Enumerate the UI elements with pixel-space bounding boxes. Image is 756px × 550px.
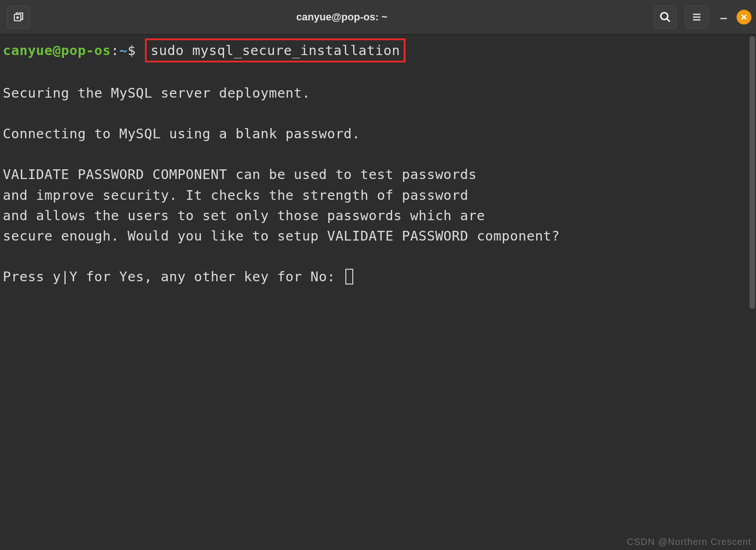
terminal-cursor bbox=[345, 269, 353, 284]
titlebar-left bbox=[5, 6, 32, 29]
svg-point-1 bbox=[661, 12, 668, 19]
output-line: secure enough. Would you like to setup V… bbox=[3, 228, 560, 244]
command-text: sudo mysql_secure_installation bbox=[150, 43, 400, 58]
search-button[interactable] bbox=[654, 6, 677, 29]
scrollbar-thumb[interactable] bbox=[750, 36, 755, 309]
prompt-colon: : bbox=[111, 43, 119, 58]
output-line: and improve security. It checks the stre… bbox=[3, 187, 469, 203]
output-line: Press y|Y for Yes, any other key for No: bbox=[3, 269, 344, 284]
output-line: Connecting to MySQL using a blank passwo… bbox=[3, 126, 360, 142]
search-icon bbox=[659, 11, 671, 23]
output-line: VALIDATE PASSWORD COMPONENT can be used … bbox=[3, 167, 477, 182]
minimize-button[interactable] bbox=[714, 8, 733, 26]
output-line: and allows the users to set only those p… bbox=[3, 208, 485, 223]
new-tab-button[interactable] bbox=[7, 6, 30, 29]
watermark: CSDN @Northern Crescent bbox=[627, 537, 751, 547]
menu-button[interactable] bbox=[685, 6, 708, 29]
minimize-icon bbox=[719, 13, 728, 21]
hamburger-icon bbox=[691, 12, 702, 23]
output-line: Securing the MySQL server deployment. bbox=[3, 85, 311, 101]
terminal-body[interactable]: canyue@pop-os:~$ sudo mysql_secure_insta… bbox=[0, 35, 756, 290]
titlebar: canyue@pop-os: ~ bbox=[0, 0, 756, 35]
prompt-user-host: canyue@pop-os bbox=[3, 43, 111, 58]
prompt-dollar: $ bbox=[127, 43, 136, 58]
window-title: canyue@pop-os: ~ bbox=[32, 11, 651, 23]
prompt-path: ~ bbox=[119, 43, 127, 58]
close-icon bbox=[740, 13, 748, 21]
close-button[interactable] bbox=[737, 10, 751, 25]
command-highlight: sudo mysql_secure_installation bbox=[145, 38, 406, 62]
new-tab-icon bbox=[13, 12, 24, 23]
titlebar-right bbox=[651, 6, 751, 29]
